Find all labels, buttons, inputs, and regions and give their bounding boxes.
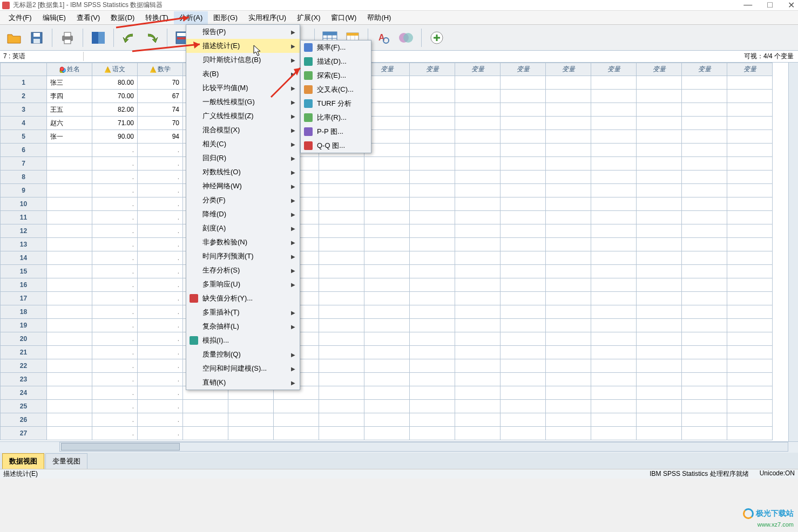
cell[interactable]: . [92,278,138,292]
cell[interactable] [591,346,637,359]
submenu-item[interactable]: 频率(F)... [301,40,371,54]
cell[interactable] [546,427,591,440]
cell[interactable] [727,211,773,224]
cell[interactable]: 90.00 [92,130,138,144]
cell[interactable]: . [92,292,138,305]
analyze-menu-item[interactable]: 表(B)▶ [186,67,300,81]
cell[interactable] [364,157,410,170]
cell[interactable] [410,130,455,144]
row-number[interactable]: 17 [1,292,47,305]
cell[interactable] [455,170,501,184]
cell[interactable] [637,359,682,373]
analyze-menu-item[interactable]: 一般线性模型(G)▶ [186,95,300,109]
cell[interactable] [501,292,546,305]
cell[interactable] [410,292,455,305]
cell[interactable]: . [92,427,138,440]
cell[interactable] [682,332,727,346]
cell[interactable] [228,427,274,440]
cell[interactable] [591,305,637,319]
cell[interactable] [637,278,682,292]
row-number[interactable]: 8 [1,170,47,184]
cell[interactable] [546,386,591,400]
cell[interactable]: . [92,346,138,359]
cell[interactable] [637,170,682,184]
analyze-menu-item[interactable]: 混合模型(X)▶ [186,123,300,137]
cell[interactable] [682,103,727,117]
cell[interactable] [727,346,773,359]
cell[interactable] [727,238,773,251]
cell[interactable]: . [92,238,138,251]
cell[interactable] [455,251,501,265]
cell[interactable] [546,238,591,251]
analyze-menu-item[interactable]: 报告(P)▶ [186,25,300,39]
cell[interactable] [47,413,92,427]
cell[interactable] [501,144,546,157]
cell[interactable] [637,76,682,90]
cell[interactable] [682,278,727,292]
cell[interactable] [410,359,455,373]
cell[interactable] [319,211,364,224]
cell[interactable] [546,332,591,346]
cell[interactable] [501,211,546,224]
cell[interactable]: 70 [138,117,183,130]
cell[interactable] [410,386,455,400]
submenu-item[interactable]: 探索(E)... [301,69,371,83]
cell[interactable]: . [92,413,138,427]
cell[interactable] [501,332,546,346]
cell[interactable] [727,359,773,373]
cell[interactable] [455,427,501,440]
cell[interactable] [591,184,637,197]
cell[interactable] [183,427,228,440]
row-number[interactable]: 18 [1,305,47,319]
cell[interactable] [319,157,364,170]
cell[interactable] [682,224,727,238]
cell[interactable] [319,373,364,386]
cell[interactable] [410,211,455,224]
cell[interactable] [364,305,410,319]
cell[interactable] [410,184,455,197]
cell[interactable] [546,413,591,427]
cell[interactable] [591,251,637,265]
cell[interactable] [455,157,501,170]
cell[interactable] [364,265,410,278]
cell[interactable]: 80.00 [92,76,138,90]
cell[interactable]: . [138,197,183,211]
cell[interactable]: . [92,251,138,265]
cell[interactable] [682,319,727,332]
cell[interactable] [591,117,637,130]
cell[interactable] [637,157,682,170]
cell[interactable] [637,305,682,319]
cell[interactable] [546,197,591,211]
cell[interactable] [501,359,546,373]
cell[interactable] [546,305,591,319]
cell[interactable]: 67 [138,90,183,103]
menu-view[interactable]: 查看(V) [71,11,105,24]
row-number[interactable]: 6 [1,144,47,157]
cell[interactable] [682,427,727,440]
venn-button[interactable] [396,28,416,47]
row-number[interactable]: 19 [1,319,47,332]
data-view-tab[interactable]: 数据视图 [2,453,44,469]
cell[interactable]: 74 [138,103,183,117]
cell[interactable] [682,90,727,103]
cell[interactable] [682,184,727,197]
cell[interactable]: . [138,413,183,427]
row-number[interactable]: 26 [1,413,47,427]
cell[interactable] [727,170,773,184]
cell[interactable] [501,305,546,319]
cell[interactable] [410,427,455,440]
cell[interactable] [591,170,637,184]
column-header-empty[interactable]: 变量 [682,63,727,76]
row-number[interactable]: 12 [1,224,47,238]
cell[interactable] [727,76,773,90]
submenu-item[interactable]: TURF 分析 [301,97,371,111]
cell[interactable] [455,413,501,427]
submenu-item[interactable]: 比率(R)... [301,111,371,125]
cell[interactable] [591,427,637,440]
cell[interactable] [455,386,501,400]
cell[interactable] [47,238,92,251]
analyze-menu-item[interactable]: 相关(C)▶ [186,137,300,151]
analyze-menu-item[interactable]: 分类(F)▶ [186,193,300,207]
cell[interactable] [591,400,637,413]
cell[interactable] [319,251,364,265]
